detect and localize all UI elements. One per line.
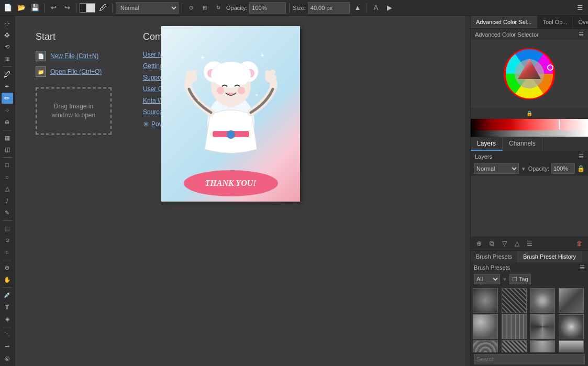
copy-layer-btn[interactable]: ⧉: [486, 238, 497, 249]
layer-blend-mode-select[interactable]: Normal: [474, 163, 519, 174]
transform-tool[interactable]: ⟲: [2, 42, 13, 53]
color-wheel-container[interactable]: [471, 40, 588, 108]
brush-item-5[interactable]: [473, 314, 498, 339]
brush-tool-icon[interactable]: 🖊: [97, 2, 109, 14]
lock-icon[interactable]: 🔒: [524, 109, 535, 117]
brush-filter-select[interactable]: All: [474, 274, 500, 284]
brush-search-input[interactable]: [474, 354, 585, 364]
gradient-tool[interactable]: ◫: [2, 144, 13, 155]
brush-item-8[interactable]: [559, 314, 584, 339]
opacity-lock-icon[interactable]: ⊞: [199, 2, 210, 14]
opacity-cycle-icon[interactable]: ↻: [213, 2, 224, 14]
color-gradient-bar[interactable]: [471, 119, 588, 130]
path-tool[interactable]: ✎: [2, 207, 13, 218]
ellipse-tool[interactable]: ○: [2, 172, 13, 183]
toolbar-sep-6: [367, 3, 367, 13]
rectangle-tool[interactable]: □: [2, 160, 13, 171]
brush-item-4[interactable]: [559, 288, 584, 313]
clone-tool[interactable]: ⊕: [2, 117, 13, 128]
open-file-link[interactable]: Open File (Ctrl+O): [50, 68, 102, 75]
measure-tool[interactable]: ⊸: [2, 341, 13, 352]
brush-item-11[interactable]: [530, 340, 555, 352]
brush-item-2[interactable]: [502, 288, 527, 313]
open-file-item[interactable]: 📁 Open File (Ctrl+O): [36, 66, 112, 77]
settings-icon[interactable]: ☰: [574, 2, 586, 14]
color-selector-panel: Advanced Color Selector ☰: [471, 29, 588, 137]
calligraphy-tool[interactable]: ✒: [2, 81, 13, 92]
layers-menu-icon[interactable]: ☰: [579, 153, 584, 160]
polygon-tool[interactable]: △: [2, 184, 13, 195]
redo-icon[interactable]: ↪: [61, 2, 73, 14]
brush-item-9[interactable]: [473, 340, 498, 352]
fill-tool[interactable]: ▦: [2, 132, 13, 143]
brush-presets-title: Brush Presets: [474, 264, 510, 271]
pan-tool[interactable]: ✋: [2, 274, 13, 285]
brush-presets-tab[interactable]: Brush Presets: [471, 251, 518, 262]
layer-opacity-input[interactable]: [551, 163, 575, 174]
save-file-icon[interactable]: 💾: [29, 2, 41, 14]
toolbar-sep-1: [44, 3, 45, 13]
multibrush-tool[interactable]: ⁘: [2, 105, 13, 116]
brush-menu-icon[interactable]: ☰: [580, 264, 585, 271]
move-layer-down-btn[interactable]: ▽: [499, 238, 509, 249]
advanced-color-sel-tab[interactable]: Advanced Color Sel...: [471, 16, 537, 28]
select-shapes-tool[interactable]: ⊹: [2, 18, 13, 29]
undo-icon[interactable]: ↩: [48, 2, 59, 14]
assistant-tool[interactable]: ⋱: [2, 329, 13, 340]
blend-mode-select[interactable]: Normal: [116, 2, 179, 14]
color-selector-menu-icon[interactable]: ☰: [579, 31, 584, 38]
brush-item-7[interactable]: [530, 314, 555, 339]
opacity-value[interactable]: [249, 2, 286, 14]
opacity-reset-icon[interactable]: ⊙: [185, 2, 197, 14]
paint-brush-tool[interactable]: ✏: [2, 93, 13, 104]
svg-point-19: [272, 75, 276, 80]
brush-tabs: Brush Presets Brush Preset History: [471, 251, 588, 262]
line-tool[interactable]: /: [2, 195, 13, 206]
eyedropper-tool[interactable]: 💉: [2, 290, 13, 301]
tool-sep-7: [3, 327, 12, 327]
size-up-icon[interactable]: ▲: [352, 2, 363, 14]
move-tool[interactable]: ✥: [2, 30, 13, 41]
canvas-preview[interactable]: ✦ ✦ ✦ ✦ THANK YOU!: [161, 26, 300, 202]
channels-tab[interactable]: Channels: [503, 137, 542, 151]
ove-tab[interactable]: Ove...: [573, 16, 588, 28]
play-icon[interactable]: ▶: [384, 2, 395, 14]
brush-item-3[interactable]: [530, 288, 555, 313]
select-ellipse-tool[interactable]: ⊙: [2, 235, 13, 246]
brush-item-1[interactable]: [473, 288, 498, 313]
brush-item-6[interactable]: [502, 314, 527, 339]
color-swatch-light[interactable]: [86, 3, 95, 13]
move-layer-up-btn[interactable]: △: [512, 238, 522, 249]
brush-tag-button[interactable]: ☐ Tag: [509, 274, 531, 284]
drag-drop-label: Drag Image inwindow to open: [52, 102, 95, 120]
new-file-item[interactable]: 📄 New File (Ctrl+N): [36, 51, 112, 61]
brush-preset-history-tab[interactable]: Brush Preset History: [518, 251, 582, 262]
svg-point-9: [211, 62, 251, 88]
open-file-icon[interactable]: 📂: [16, 2, 27, 14]
zoom-tool[interactable]: ⊕: [2, 262, 13, 273]
assistant-icon[interactable]: A: [370, 2, 382, 14]
freehand-brush-tool[interactable]: 🖊: [2, 69, 13, 80]
text-tool[interactable]: T: [2, 302, 13, 313]
brush-item-10[interactable]: [502, 340, 527, 352]
size-value[interactable]: [308, 2, 350, 14]
layer-settings-btn[interactable]: ☰: [524, 238, 535, 249]
tool-op-tab[interactable]: Tool Op...: [537, 16, 573, 28]
grid-tool[interactable]: ⊞: [2, 53, 13, 64]
smart-patch-tool[interactable]: ◈: [2, 314, 13, 325]
color-mini-bar[interactable]: [471, 130, 588, 137]
canvas-vscrollbar[interactable]: [465, 16, 470, 366]
select-rect-tool[interactable]: ⬚: [2, 223, 13, 234]
svg-point-15: [192, 70, 197, 75]
new-file-link[interactable]: New File (Ctrl+N): [50, 52, 98, 60]
color-wheel-svg: [503, 48, 556, 100]
reference-tool[interactable]: ◎: [2, 353, 13, 364]
layers-tab[interactable]: Layers: [471, 137, 503, 151]
select-freehand-tool[interactable]: ⌂: [2, 247, 13, 258]
layer-lock-icon[interactable]: 🔒: [577, 165, 585, 172]
brush-item-12[interactable]: [559, 340, 584, 352]
drag-drop-zone[interactable]: Drag Image inwindow to open: [36, 87, 112, 135]
new-file-icon[interactable]: 📄: [2, 2, 14, 14]
add-layer-btn[interactable]: ⊕: [474, 238, 484, 249]
delete-layer-btn[interactable]: 🗑: [574, 238, 585, 249]
